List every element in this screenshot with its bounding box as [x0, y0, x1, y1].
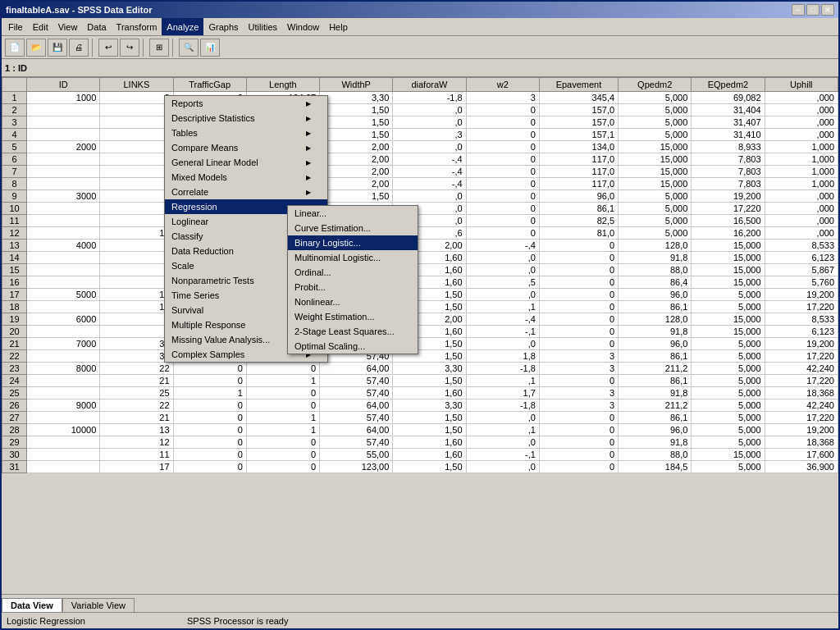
cell[interactable]: 36,900: [765, 461, 838, 473]
cell[interactable]: 0: [539, 461, 618, 473]
cell[interactable]: 5,000: [619, 215, 692, 227]
cell[interactable]: 64,00: [320, 399, 393, 412]
cell[interactable]: ,000: [765, 104, 838, 116]
cell[interactable]: 3: [539, 363, 618, 375]
cell[interactable]: 2,00: [320, 141, 393, 153]
cell[interactable]: 15,000: [619, 153, 692, 166]
cell[interactable]: [100, 153, 173, 166]
col-header-links[interactable]: LINKS: [100, 78, 173, 92]
submenu-2stage[interactable]: 2-Stage Least Squares...: [288, 324, 418, 339]
cell[interactable]: [27, 449, 100, 461]
cell[interactable]: 86,1: [539, 203, 618, 215]
cell[interactable]: 0: [466, 104, 539, 116]
cell[interactable]: 1,50: [320, 116, 393, 129]
cell[interactable]: ,0: [393, 104, 466, 116]
cell[interactable]: [27, 375, 100, 387]
print-button[interactable]: 🖨: [69, 39, 89, 57]
cell[interactable]: 91,8: [619, 436, 692, 449]
cell[interactable]: [100, 104, 173, 116]
cell[interactable]: 0: [246, 461, 319, 473]
cell[interactable]: 88,0: [619, 449, 692, 461]
cell[interactable]: 0: [173, 363, 246, 375]
cell[interactable]: 64,00: [320, 363, 393, 375]
cell[interactable]: 1,60: [393, 387, 466, 399]
cell[interactable]: 3: [466, 92, 539, 104]
cell[interactable]: [100, 141, 173, 153]
cell[interactable]: 22: [100, 363, 173, 375]
cell[interactable]: 0: [246, 436, 319, 449]
cell[interactable]: 345,4: [539, 92, 618, 104]
cell[interactable]: 15,000: [619, 166, 692, 178]
cell[interactable]: 0: [466, 190, 539, 203]
cell[interactable]: 1,60: [393, 449, 466, 461]
cell[interactable]: 96,0: [619, 338, 692, 350]
menu-view[interactable]: View: [53, 18, 83, 35]
cell[interactable]: 7000: [27, 338, 100, 350]
cell[interactable]: ,0: [393, 141, 466, 153]
cell[interactable]: 91,8: [619, 252, 692, 264]
minimize-button[interactable]: −: [792, 4, 805, 16]
cell[interactable]: 1,50: [393, 424, 466, 436]
cell[interactable]: 211,2: [619, 399, 692, 412]
chart-button[interactable]: 📊: [200, 39, 220, 57]
col-header-w2[interactable]: w2: [466, 78, 539, 92]
cell[interactable]: 1,000: [765, 178, 838, 190]
cell[interactable]: 0: [466, 203, 539, 215]
cell[interactable]: 5,000: [692, 424, 765, 436]
cell[interactable]: 15,000: [692, 449, 765, 461]
menu-item-reports[interactable]: Reports ▶: [165, 96, 327, 111]
cell[interactable]: [27, 104, 100, 116]
cell[interactable]: 1: [246, 375, 319, 387]
cell[interactable]: [100, 215, 173, 227]
cell[interactable]: [27, 153, 100, 166]
cell[interactable]: 128,0: [619, 240, 692, 252]
cell[interactable]: 5,000: [692, 461, 765, 473]
cell[interactable]: 31,410: [692, 129, 765, 141]
cell[interactable]: [100, 166, 173, 178]
col-header-eqpedm2[interactable]: EQpedm2: [692, 78, 765, 92]
cell[interactable]: ,000: [765, 92, 838, 104]
cell[interactable]: 5,000: [692, 338, 765, 350]
cell[interactable]: 57,40: [320, 375, 393, 387]
cell[interactable]: 5000: [27, 289, 100, 301]
cell[interactable]: 5,000: [692, 301, 765, 313]
cell[interactable]: 0: [539, 289, 618, 301]
cell[interactable]: 11: [100, 449, 173, 461]
cell[interactable]: 55,00: [320, 449, 393, 461]
cell[interactable]: -,4: [393, 178, 466, 190]
submenu-nonlinear[interactable]: Nonlinear...: [288, 294, 418, 309]
cell[interactable]: ,0: [466, 436, 539, 449]
cell[interactable]: 0: [539, 301, 618, 313]
cell[interactable]: 19,200: [765, 289, 838, 301]
cell[interactable]: 18,368: [765, 387, 838, 399]
col-header-length[interactable]: Length: [246, 78, 319, 92]
cell[interactable]: 69,082: [692, 92, 765, 104]
submenu-weight[interactable]: Weight Estimation...: [288, 309, 418, 324]
menu-item-glm[interactable]: General Linear Model ▶: [165, 155, 327, 170]
cell[interactable]: 5,000: [692, 289, 765, 301]
cell[interactable]: 19,200: [765, 424, 838, 436]
menu-item-mixed[interactable]: Mixed Models ▶: [165, 170, 327, 185]
cell[interactable]: [27, 178, 100, 190]
cell[interactable]: 16,500: [692, 215, 765, 227]
cell[interactable]: 0: [466, 129, 539, 141]
cell[interactable]: 4000: [27, 240, 100, 252]
submenu-ordinal[interactable]: Ordinal...: [288, 265, 418, 280]
cell[interactable]: 15,000: [692, 313, 765, 326]
cell[interactable]: 123,00: [320, 461, 393, 473]
cell[interactable]: 0: [539, 240, 618, 252]
cell[interactable]: 3,30: [393, 363, 466, 375]
submenu-probit[interactable]: Probit...: [288, 280, 418, 294]
menu-window[interactable]: Window: [282, 18, 324, 35]
submenu-multinomial[interactable]: Multinomial Logistic...: [288, 250, 418, 265]
cell[interactable]: 0: [173, 412, 246, 424]
find-button[interactable]: 🔍: [179, 39, 199, 57]
cell[interactable]: 184,5: [619, 461, 692, 473]
cell[interactable]: 15,000: [692, 264, 765, 276]
cell[interactable]: -,1: [466, 449, 539, 461]
cell[interactable]: 0: [466, 153, 539, 166]
cell[interactable]: 1,000: [765, 153, 838, 166]
cell[interactable]: ,000: [765, 227, 838, 240]
cell[interactable]: 1,50: [393, 412, 466, 424]
cell[interactable]: 7,803: [692, 153, 765, 166]
